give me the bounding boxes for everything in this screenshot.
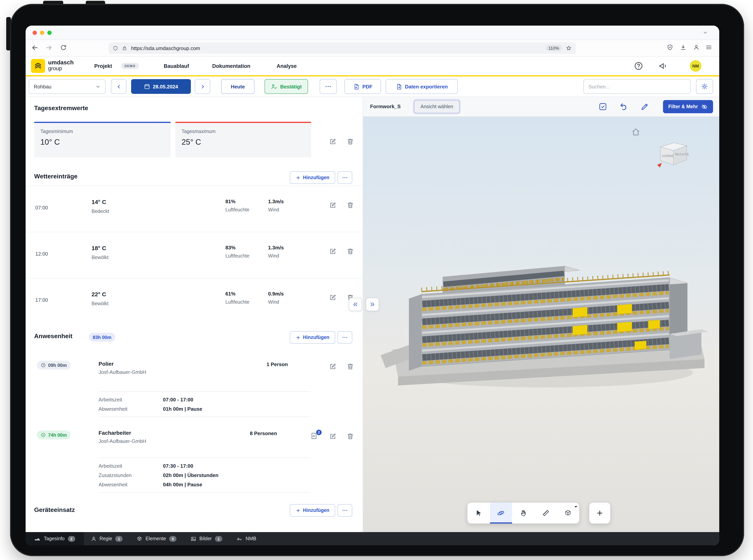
attendance-more-button[interactable] bbox=[338, 331, 352, 344]
weather-more-button[interactable] bbox=[338, 172, 352, 184]
forward-icon[interactable] bbox=[45, 44, 53, 52]
pan-tool-button[interactable] bbox=[512, 503, 534, 523]
trash-icon[interactable] bbox=[346, 201, 355, 209]
image-icon bbox=[191, 536, 196, 542]
attendance-role: Facharbeiter bbox=[99, 430, 131, 436]
today-button[interactable]: Heute bbox=[221, 79, 255, 94]
help-icon[interactable] bbox=[634, 61, 643, 71]
maximize-window-button[interactable] bbox=[47, 31, 52, 35]
reload-icon[interactable] bbox=[60, 44, 67, 51]
select-tool-button[interactable] bbox=[468, 503, 490, 523]
expand-panel-button[interactable] bbox=[366, 298, 379, 311]
export-data-button[interactable]: Daten exportieren bbox=[385, 79, 458, 94]
settings-gear-button[interactable] bbox=[696, 79, 713, 94]
nav-dokumentation[interactable]: Dokumentation bbox=[212, 57, 251, 75]
attendance-company: Josf-Aufbauer-GmbH bbox=[99, 438, 146, 444]
weather-time: 07:00 bbox=[35, 205, 48, 211]
detail-label: Arbeitszeit bbox=[99, 397, 163, 402]
notes-button[interactable]: 2 bbox=[310, 432, 318, 441]
toolbar-more-button[interactable] bbox=[320, 79, 337, 94]
markup-pen-icon[interactable] bbox=[640, 102, 649, 111]
check-circle-icon bbox=[41, 433, 46, 437]
trash-icon[interactable] bbox=[346, 137, 355, 146]
profile-icon[interactable] bbox=[693, 44, 700, 51]
bookmark-star-icon[interactable] bbox=[566, 45, 572, 51]
trash-icon[interactable] bbox=[346, 432, 355, 441]
add-tool-button[interactable] bbox=[589, 503, 610, 523]
add-weather-button[interactable]: Hinzufügen bbox=[290, 172, 335, 184]
weather-temp: 22° C bbox=[92, 291, 106, 297]
search-input[interactable] bbox=[583, 79, 691, 94]
section-box-tool-button[interactable] bbox=[557, 503, 579, 523]
edit-icon[interactable] bbox=[329, 293, 338, 302]
edit-icon[interactable] bbox=[329, 247, 338, 256]
orbit-icon bbox=[497, 509, 505, 517]
window-collapse-icon[interactable] bbox=[702, 29, 708, 36]
trash-icon[interactable] bbox=[346, 247, 355, 256]
sda-app: umdasch group Projekt DEMO Bauablauf Dok… bbox=[26, 57, 719, 545]
nav-bauablauf[interactable]: Bauablauf bbox=[164, 57, 189, 75]
browser-nav-bar: https://sda.umdaschgroup.com 110% bbox=[26, 40, 719, 57]
detail-label: Abwesenheit bbox=[99, 406, 163, 412]
max-temp-label: Tagesmaximum bbox=[182, 129, 305, 134]
nmb-icon bbox=[236, 536, 242, 542]
back-icon[interactable] bbox=[31, 44, 39, 52]
lock-icon[interactable] bbox=[122, 45, 127, 51]
equipment-more-button[interactable] bbox=[338, 504, 352, 517]
downloads-icon[interactable] bbox=[680, 44, 687, 51]
measure-tool-button[interactable] bbox=[535, 503, 557, 523]
choose-view-button[interactable]: Ansicht wählen bbox=[414, 100, 460, 113]
tab-elemente[interactable]: Elemente 5 bbox=[130, 532, 183, 545]
tab-tagesinfo[interactable]: Tagesinfo 2 bbox=[26, 532, 84, 545]
duration-badge: 09h 00m bbox=[37, 361, 71, 369]
user-avatar[interactable]: NM bbox=[690, 60, 701, 72]
pocket-icon[interactable] bbox=[667, 44, 673, 51]
next-day-button[interactable] bbox=[195, 79, 210, 94]
nav-projekt[interactable]: Projekt bbox=[94, 57, 112, 75]
undo-icon[interactable] bbox=[619, 102, 629, 111]
tab-badge: 5 bbox=[169, 536, 177, 542]
feedback-megaphone-icon[interactable] bbox=[659, 61, 668, 71]
weather-temp: 14° C bbox=[92, 199, 106, 205]
wind-value: 1.3m/s bbox=[268, 199, 284, 204]
vehicle-icon bbox=[34, 535, 41, 542]
close-window-button[interactable] bbox=[33, 31, 37, 35]
filter-and-more-button[interactable]: Filter & Mehr bbox=[663, 100, 713, 113]
confirmed-button[interactable]: Bestätigt bbox=[264, 79, 308, 94]
menu-icon[interactable] bbox=[705, 44, 712, 51]
ellipsis-icon bbox=[325, 83, 332, 90]
view-cube[interactable]: VORNE RECHTS bbox=[654, 139, 691, 170]
umdasch-logo-icon bbox=[31, 59, 45, 73]
url-text[interactable]: https://sda.umdaschgroup.com bbox=[131, 45, 546, 51]
zoom-level[interactable]: 110% bbox=[546, 45, 562, 51]
tab-nmb[interactable]: NMB bbox=[229, 532, 263, 545]
date-button[interactable]: 28.05.2024 bbox=[131, 79, 191, 94]
nav-analyse[interactable]: Analyse bbox=[277, 57, 297, 75]
viewer-tools bbox=[468, 503, 579, 523]
page-canvas: https://sda.umdaschgroup.com 110% bbox=[0, 0, 753, 560]
tracking-shield-icon[interactable] bbox=[113, 45, 118, 51]
viewer-canvas[interactable]: VORNE RECHTS bbox=[363, 117, 719, 532]
home-view-icon[interactable] bbox=[631, 127, 641, 137]
edit-icon[interactable] bbox=[329, 137, 338, 146]
app-header: umdasch group Projekt DEMO Bauablauf Dok… bbox=[26, 57, 719, 75]
orbit-tool-button[interactable] bbox=[490, 503, 512, 523]
minimize-window-button[interactable] bbox=[40, 31, 44, 35]
pdf-button[interactable]: PDF bbox=[344, 79, 381, 94]
equipment-title: Geräteeinsatz bbox=[34, 506, 75, 514]
add-attendance-button[interactable]: Hinzufügen bbox=[290, 331, 335, 344]
select-elements-icon[interactable] bbox=[598, 102, 608, 111]
collapse-panel-button[interactable] bbox=[349, 298, 362, 311]
tab-regie[interactable]: Regie 1 bbox=[84, 532, 130, 545]
edit-icon[interactable] bbox=[329, 362, 338, 371]
previous-day-button[interactable] bbox=[111, 79, 126, 94]
address-bar[interactable]: https://sda.umdaschgroup.com 110% bbox=[108, 42, 576, 54]
cube-right-label: RECHTS bbox=[675, 153, 689, 156]
umdasch-logo-text: umdasch group bbox=[48, 59, 74, 71]
edit-icon[interactable] bbox=[329, 201, 338, 209]
tab-bilder[interactable]: Bilder 1 bbox=[183, 532, 229, 545]
add-equipment-button[interactable]: Hinzufügen bbox=[290, 504, 335, 517]
phase-select[interactable]: Rohbau bbox=[29, 79, 105, 94]
extremes-title: Tagesextremwerte bbox=[34, 105, 88, 112]
edit-icon[interactable] bbox=[329, 432, 338, 441]
